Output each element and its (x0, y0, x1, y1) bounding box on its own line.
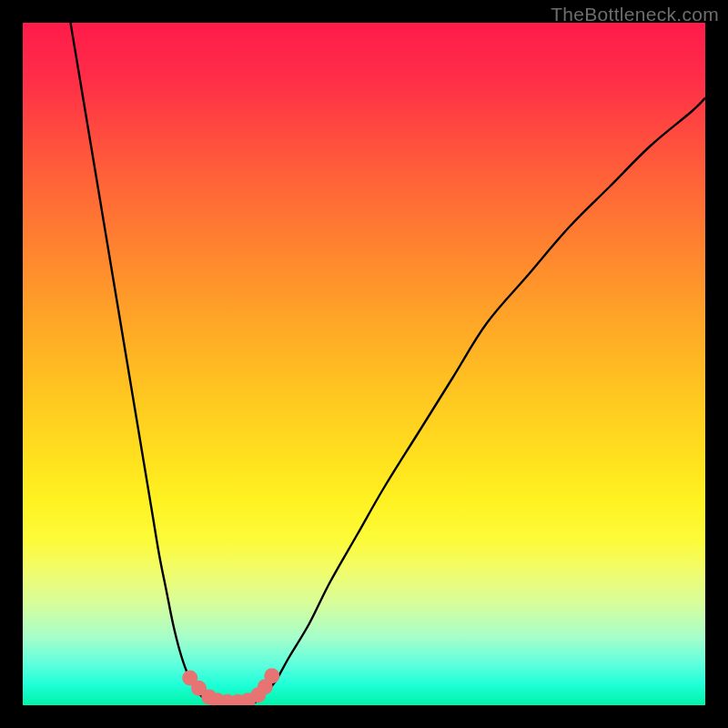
data-marker (264, 668, 279, 683)
data-markers (182, 668, 279, 705)
right-curve (248, 98, 706, 705)
left-curve (71, 23, 221, 704)
bottleneck-chart (23, 23, 705, 705)
watermark-text: TheBottleneck.com (551, 4, 719, 25)
